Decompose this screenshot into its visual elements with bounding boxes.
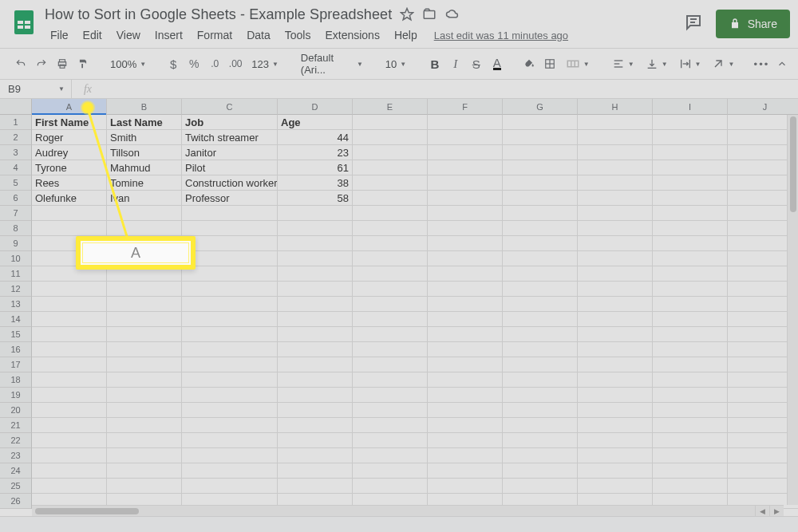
cell-F2[interactable]: [428, 130, 503, 145]
decrease-decimal-button[interactable]: .0: [205, 53, 224, 74]
cell-E9[interactable]: [353, 236, 428, 251]
cell-A23[interactable]: [32, 448, 107, 463]
cell-C16[interactable]: [182, 342, 278, 357]
cell-G15[interactable]: [503, 327, 578, 342]
row-head-13[interactable]: 13: [0, 297, 32, 312]
cell-E3[interactable]: [353, 145, 428, 160]
cell-A24[interactable]: [32, 463, 107, 479]
cell-G22[interactable]: [503, 433, 578, 448]
row-head-23[interactable]: 23: [0, 448, 32, 463]
cell-A19[interactable]: [32, 388, 107, 403]
cell-F22[interactable]: [428, 433, 503, 448]
increase-decimal-button[interactable]: .00: [226, 53, 245, 74]
menu-data[interactable]: Data: [241, 26, 276, 44]
cell-F3[interactable]: [428, 145, 503, 160]
cell-A16[interactable]: [32, 342, 107, 357]
cell-G4[interactable]: [503, 160, 578, 175]
cell-D3[interactable]: 23: [278, 145, 353, 160]
strikethrough-button[interactable]: S: [467, 53, 486, 74]
cell-B14[interactable]: [107, 312, 182, 327]
cell-A14[interactable]: [32, 312, 107, 327]
cell-H7[interactable]: [578, 206, 653, 221]
cell-F19[interactable]: [428, 388, 503, 403]
cell-E18[interactable]: [353, 372, 428, 388]
cell-B1[interactable]: Last Name: [107, 115, 182, 130]
row-head-9[interactable]: 9: [0, 236, 32, 251]
cloud-status-icon[interactable]: [444, 7, 460, 22]
cell-H8[interactable]: [578, 221, 653, 236]
cell-G18[interactable]: [503, 372, 578, 388]
cell-B18[interactable]: [107, 372, 182, 388]
cell-B17[interactable]: [107, 357, 182, 372]
cell-B4[interactable]: Mahmud: [107, 160, 182, 175]
cell-G20[interactable]: [503, 403, 578, 418]
col-head-J[interactable]: J: [728, 99, 798, 115]
star-icon[interactable]: [400, 7, 414, 22]
cell-I20[interactable]: [653, 403, 728, 418]
row-head-11[interactable]: 11: [0, 266, 32, 282]
cell-H16[interactable]: [578, 342, 653, 357]
currency-button[interactable]: $: [164, 53, 183, 74]
cell-B15[interactable]: [107, 327, 182, 342]
cell-I22[interactable]: [653, 433, 728, 448]
cell-C11[interactable]: [182, 266, 278, 282]
cell-E22[interactable]: [353, 433, 428, 448]
cell-H2[interactable]: [578, 130, 653, 145]
cell-A15[interactable]: [32, 327, 107, 342]
text-rotate-button[interactable]: ▼: [707, 54, 739, 73]
cell-F21[interactable]: [428, 418, 503, 433]
menu-insert[interactable]: Insert: [149, 26, 188, 44]
cell-D14[interactable]: [278, 312, 353, 327]
cell-G16[interactable]: [503, 342, 578, 357]
col-head-D[interactable]: D: [278, 99, 353, 115]
cell-C2[interactable]: Twitch streamer: [182, 130, 278, 145]
formula-input[interactable]: [104, 80, 798, 98]
cell-C8[interactable]: [182, 221, 278, 236]
cell-A5[interactable]: Rees: [32, 175, 107, 191]
cell-B8[interactable]: [107, 221, 182, 236]
cell-A6[interactable]: Olefunke: [32, 191, 107, 206]
cell-C14[interactable]: [182, 312, 278, 327]
cell-H15[interactable]: [578, 327, 653, 342]
cell-B5[interactable]: Tomine: [107, 175, 182, 191]
cell-F7[interactable]: [428, 206, 503, 221]
hscroll-thumb[interactable]: [35, 508, 139, 514]
fill-color-button[interactable]: [519, 53, 539, 74]
cell-E13[interactable]: [353, 297, 428, 312]
cell-F10[interactable]: [428, 251, 503, 266]
cell-F18[interactable]: [428, 372, 503, 388]
cell-C15[interactable]: [182, 327, 278, 342]
cell-C1[interactable]: Job: [182, 115, 278, 130]
row-head-20[interactable]: 20: [0, 403, 32, 418]
vscroll-thumb[interactable]: [790, 116, 796, 212]
cell-G6[interactable]: [503, 191, 578, 206]
cell-F17[interactable]: [428, 357, 503, 372]
cell-G25[interactable]: [503, 479, 578, 494]
cell-H3[interactable]: [578, 145, 653, 160]
cell-D16[interactable]: [278, 342, 353, 357]
undo-button[interactable]: [11, 53, 30, 74]
row-head-24[interactable]: 24: [0, 463, 32, 479]
cell-E6[interactable]: [353, 191, 428, 206]
cell-D13[interactable]: [278, 297, 353, 312]
cell-H5[interactable]: [578, 175, 653, 191]
row-head-5[interactable]: 5: [0, 175, 32, 191]
cell-G5[interactable]: [503, 175, 578, 191]
cell-C23[interactable]: [182, 448, 278, 463]
cell-I8[interactable]: [653, 221, 728, 236]
row-head-15[interactable]: 15: [0, 327, 32, 342]
menu-help[interactable]: Help: [389, 26, 423, 44]
cell-A1[interactable]: First Name: [32, 115, 107, 130]
menu-tools[interactable]: Tools: [279, 26, 317, 44]
cell-C3[interactable]: Janitor: [182, 145, 278, 160]
cell-E16[interactable]: [353, 342, 428, 357]
cell-I14[interactable]: [653, 312, 728, 327]
cell-E12[interactable]: [353, 282, 428, 297]
cell-E23[interactable]: [353, 448, 428, 463]
cell-E8[interactable]: [353, 221, 428, 236]
cell-B25[interactable]: [107, 479, 182, 494]
cell-D4[interactable]: 61: [278, 160, 353, 175]
cell-B16[interactable]: [107, 342, 182, 357]
cell-I6[interactable]: [653, 191, 728, 206]
cell-H13[interactable]: [578, 297, 653, 312]
